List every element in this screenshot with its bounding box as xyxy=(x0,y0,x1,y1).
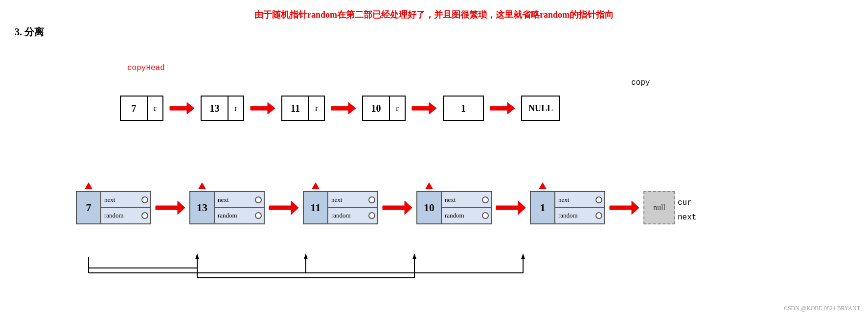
upper-node-val: 10 xyxy=(363,97,390,120)
upper-node-11: 11 r xyxy=(281,96,325,121)
next-label: next xyxy=(445,196,456,204)
lower-node-1: 1 next random xyxy=(530,191,605,224)
svg-marker-0 xyxy=(170,102,194,114)
lower-node-10: 10 next random xyxy=(416,191,492,224)
svg-marker-6 xyxy=(269,201,298,215)
lower-node-11: 11 next random xyxy=(303,191,378,224)
upper-arrow-2 xyxy=(248,96,277,121)
random-label: random xyxy=(331,212,351,219)
up-arrow-11 xyxy=(312,182,320,189)
random-circle xyxy=(595,212,602,219)
svg-marker-13 xyxy=(195,253,199,259)
random-label: random xyxy=(558,212,578,219)
svg-marker-7 xyxy=(383,201,412,215)
next-label: next xyxy=(331,196,342,204)
next-circle xyxy=(141,196,148,203)
lower-node-num: 7 xyxy=(76,191,101,224)
lower-node-num: 10 xyxy=(416,191,442,224)
upper-list: 7 r 13 r 11 r 10 r 1 xyxy=(120,96,560,121)
upper-arrow-1 xyxy=(167,96,197,121)
random-label: random xyxy=(218,212,237,219)
random-circle xyxy=(368,212,375,219)
lower-node-random: random xyxy=(442,208,491,223)
random-label: random xyxy=(445,212,464,219)
bottom-lines-svg xyxy=(76,224,673,283)
lower-node-random: random xyxy=(101,208,150,223)
up-arrow-13 xyxy=(198,182,206,189)
lower-node-random: random xyxy=(555,208,604,223)
up-arrow-10 xyxy=(425,182,433,189)
lower-node-next: next xyxy=(101,192,150,208)
random-circle xyxy=(255,212,262,219)
svg-marker-25 xyxy=(521,253,525,259)
up-arrow-1 xyxy=(539,182,547,189)
upper-arrow-3 xyxy=(329,96,358,121)
upper-node-val: 13 xyxy=(202,97,228,120)
up-arrow-7 xyxy=(85,182,92,189)
upper-node-r: r xyxy=(390,97,405,120)
lower-list: 7 next random 13 next random xyxy=(76,191,675,224)
lower-node-null: null xyxy=(643,191,675,224)
next-label-text: next xyxy=(678,213,696,222)
lower-node-num: 1 xyxy=(530,191,555,224)
svg-marker-5 xyxy=(156,201,185,215)
lower-arrow-4 xyxy=(494,191,528,224)
lower-node-fields: next random xyxy=(215,191,265,224)
cur-label: cur xyxy=(678,198,692,207)
copy-head-label: copyHead xyxy=(127,64,165,73)
lower-node-next: next xyxy=(328,192,377,208)
top-note: 由于随机指针random在第二部已经处理好了，并且图很繁琐，这里就省略rando… xyxy=(0,0,868,21)
copy-label: copy xyxy=(631,78,650,87)
svg-marker-8 xyxy=(496,201,525,215)
upper-node-1: 1 xyxy=(443,96,484,121)
next-label: next xyxy=(218,196,228,204)
svg-marker-17 xyxy=(304,253,308,259)
lower-node-fields: next random xyxy=(442,191,492,224)
upper-node-7: 7 r xyxy=(120,96,163,121)
lower-node-num: 11 xyxy=(303,191,328,224)
lower-node-fields: next random xyxy=(101,191,151,224)
lower-node-fields: next random xyxy=(328,191,378,224)
next-circle xyxy=(368,196,375,203)
watermark: CSDN @KOBE 0824 BRYANT xyxy=(784,305,860,312)
next-circle xyxy=(255,196,262,203)
upper-arrow-5 xyxy=(488,96,517,121)
next-label: next xyxy=(558,196,569,204)
lower-node-num: 13 xyxy=(189,191,215,224)
lower-node-7: 7 next random xyxy=(76,191,151,224)
lower-node-next: next xyxy=(555,192,604,208)
svg-marker-9 xyxy=(610,201,639,215)
svg-marker-2 xyxy=(331,102,356,114)
upper-node-null: NULL xyxy=(521,96,560,121)
random-circle xyxy=(141,212,148,219)
svg-marker-4 xyxy=(490,102,515,114)
upper-node-val: 7 xyxy=(121,97,148,120)
upper-arrow-4 xyxy=(410,96,439,121)
next-circle xyxy=(482,196,489,203)
lower-node-random: random xyxy=(328,208,377,223)
random-circle xyxy=(482,212,489,219)
lower-arrow-3 xyxy=(380,191,414,224)
upper-node-val: 1 xyxy=(444,97,483,120)
upper-node-13: 13 r xyxy=(201,96,244,121)
next-label: next xyxy=(104,196,115,204)
upper-node-10: 10 r xyxy=(362,96,406,121)
lower-arrow-5 xyxy=(607,191,641,224)
lower-arrow-2 xyxy=(267,191,301,224)
svg-marker-1 xyxy=(251,102,275,114)
lower-node-next: next xyxy=(215,192,264,208)
lower-arrow-1 xyxy=(153,191,187,224)
upper-node-r: r xyxy=(309,97,324,120)
svg-marker-3 xyxy=(412,102,436,114)
upper-node-r: r xyxy=(148,97,162,120)
upper-node-val: 11 xyxy=(282,97,309,120)
upper-node-r: r xyxy=(228,97,243,120)
lower-node-fields: next random xyxy=(555,191,605,224)
svg-marker-21 xyxy=(412,253,416,259)
random-label: random xyxy=(104,212,124,219)
lower-node-13: 13 next random xyxy=(189,191,265,224)
lower-node-next: next xyxy=(442,192,491,208)
next-circle xyxy=(595,196,602,203)
section-title: 3. 分离 xyxy=(15,25,868,39)
lower-node-random: random xyxy=(215,208,264,223)
